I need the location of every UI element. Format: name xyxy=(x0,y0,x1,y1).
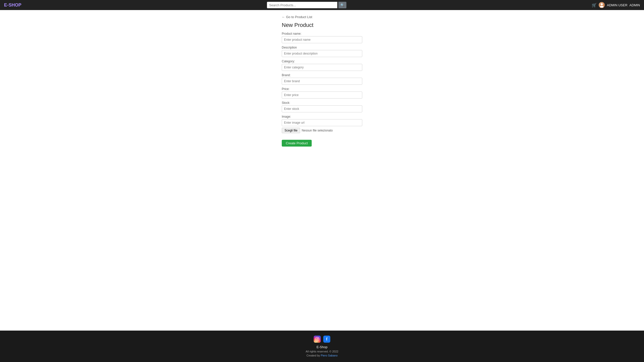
stock-group: Stock: xyxy=(282,101,362,112)
stock-input[interactable] xyxy=(282,105,362,112)
back-arrow-icon: ← xyxy=(282,15,285,19)
price-input[interactable] xyxy=(282,92,362,99)
price-group: Price: xyxy=(282,87,362,99)
footer-author-link[interactable]: Piero Sabano xyxy=(321,354,338,357)
svg-point-1 xyxy=(600,6,603,8)
create-product-button[interactable]: Create Product xyxy=(282,140,312,147)
instagram-icon[interactable] xyxy=(314,336,321,343)
main-content: ← Go to Product List New Product Product… xyxy=(0,10,644,331)
file-choose-button[interactable]: Scegli file xyxy=(282,128,300,133)
product-name-label: Product name: xyxy=(282,32,362,35)
description-label: Description xyxy=(282,46,362,49)
footer: f E-Shop All rights reserved. © 2022 Cre… xyxy=(0,331,644,362)
page-title: New Product xyxy=(282,22,362,28)
footer-social-links: f xyxy=(4,336,640,343)
image-label: Image: xyxy=(282,115,362,118)
file-input-row: Scegli file Nessun file selezionato xyxy=(282,128,362,133)
category-label: Category: xyxy=(282,60,362,63)
navbar-right: 🛒 ADMIN USER ADMIN xyxy=(592,2,640,8)
description-group: Description xyxy=(282,46,362,57)
admin-user-button[interactable]: ADMIN USER xyxy=(607,3,627,7)
facebook-icon[interactable]: f xyxy=(323,336,330,343)
product-name-input[interactable] xyxy=(282,36,362,43)
svg-point-4 xyxy=(318,338,318,339)
price-label: Price: xyxy=(282,87,362,91)
new-product-form: Product name: Description Category: Bran… xyxy=(282,32,362,147)
facebook-letter: f xyxy=(326,337,327,341)
footer-created-prefix: Created by xyxy=(306,354,321,357)
admin-button[interactable]: ADMIN xyxy=(629,3,640,7)
stock-label: Stock: xyxy=(282,101,362,105)
search-input[interactable] xyxy=(267,2,337,8)
brand-logo[interactable]: E-SHOP xyxy=(4,3,21,8)
product-name-group: Product name: xyxy=(282,32,362,43)
footer-brand: E-Shop xyxy=(4,345,640,349)
brand-group: Brand: xyxy=(282,73,362,85)
search-button[interactable]: 🔍 xyxy=(338,2,346,8)
avatar-image xyxy=(599,2,605,8)
search-icon: 🔍 xyxy=(340,3,344,7)
image-url-input[interactable] xyxy=(282,119,362,126)
brand-label: Brand: xyxy=(282,73,362,77)
svg-point-3 xyxy=(316,338,318,340)
new-product-form-container: New Product Product name: Description Ca… xyxy=(282,22,362,147)
avatar xyxy=(599,2,605,8)
description-input[interactable] xyxy=(282,50,362,57)
footer-created-by: Created by Piero Sabano xyxy=(4,354,640,357)
file-name-label: Nessun file selezionato xyxy=(302,129,333,132)
category-group: Category: xyxy=(282,60,362,71)
brand-input[interactable] xyxy=(282,78,362,85)
search-area: 🔍 xyxy=(267,2,346,8)
svg-point-0 xyxy=(601,3,603,5)
back-link[interactable]: ← Go to Product List xyxy=(282,15,362,19)
footer-copyright: All rights reserved. © 2022 xyxy=(4,350,640,353)
image-group: Image: Scegli file Nessun file seleziona… xyxy=(282,115,362,133)
category-input[interactable] xyxy=(282,64,362,71)
back-link-label: Go to Product List xyxy=(286,15,312,19)
svg-rect-2 xyxy=(315,337,319,341)
cart-icon[interactable]: 🛒 xyxy=(592,3,597,8)
navbar: E-SHOP 🔍 🛒 ADMIN USER ADMIN xyxy=(0,0,644,10)
